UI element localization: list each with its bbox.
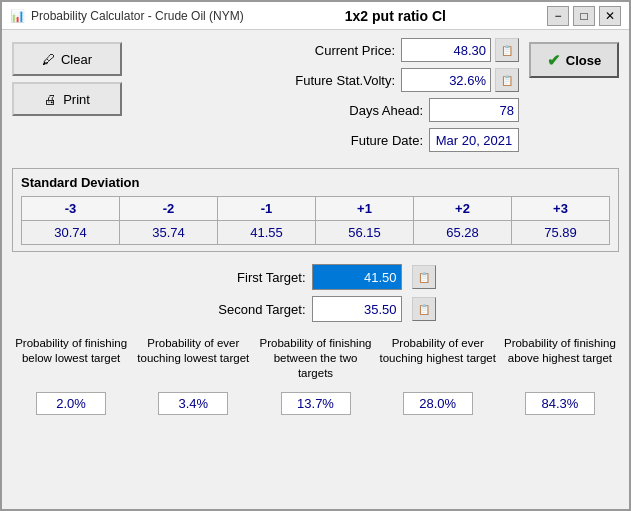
copy-icon: 📋 xyxy=(501,45,513,56)
clear-button[interactable]: 🖊 Clear xyxy=(12,42,122,76)
second-target-copy-button[interactable]: 📋 xyxy=(412,297,436,321)
std-dev-header-row: -3 -2 -1 +1 +2 +3 xyxy=(22,197,610,221)
std-dev-value-row: 30.74 35.74 41.55 56.15 65.28 75.89 xyxy=(22,221,610,245)
std-val-2: 41.55 xyxy=(218,221,316,245)
first-target-input[interactable] xyxy=(312,264,402,290)
second-target-label: Second Target: xyxy=(196,302,306,317)
current-price-input[interactable] xyxy=(401,38,491,62)
close-window-button[interactable]: ✕ xyxy=(599,6,621,26)
prob-value-3: 28.0% xyxy=(403,392,473,415)
days-ahead-row: Days Ahead: xyxy=(132,98,519,122)
future-stat-volty-label: Future Stat.Volty: xyxy=(295,73,395,88)
close-section: ✔ Close xyxy=(529,38,619,78)
std-val-0: 30.74 xyxy=(22,221,120,245)
std-val-4: 65.28 xyxy=(414,221,512,245)
prob-col-0: Probability of finishing below lowest ta… xyxy=(12,336,130,415)
main-content: 🖊 Clear 🖨 Print Current Price: 📋 xyxy=(2,30,629,509)
title-bar-left: 📊 Probability Calculator - Crude Oil (NY… xyxy=(10,9,244,23)
prob-desc-4: Probability of finishing above highest t… xyxy=(501,336,619,388)
left-buttons: 🖊 Clear 🖨 Print xyxy=(12,38,122,116)
window-subtitle: 1x2 put ratio Cl xyxy=(345,8,446,24)
current-price-row: Current Price: 📋 xyxy=(132,38,519,62)
prob-desc-0: Probability of finishing below lowest ta… xyxy=(12,336,130,388)
prob-col-2: Probability of finishing between the two… xyxy=(256,336,374,415)
print-icon: 🖨 xyxy=(44,92,57,107)
current-price-label: Current Price: xyxy=(315,43,395,58)
prob-desc-2: Probability of finishing between the two… xyxy=(256,336,374,388)
std-col-header-3: +1 xyxy=(316,197,414,221)
future-stat-volty-input[interactable] xyxy=(401,68,491,92)
std-dev-section: Standard Deviation -3 -2 -1 +1 +2 +3 30.… xyxy=(12,168,619,252)
app-icon: 📊 xyxy=(10,9,25,23)
std-col-header-1: -2 xyxy=(120,197,218,221)
std-col-header-2: -1 xyxy=(218,197,316,221)
prob-col-1: Probability of ever touching lowest targ… xyxy=(134,336,252,415)
probabilities-section: Probability of finishing below lowest ta… xyxy=(12,336,619,415)
second-target-row: Second Target: 📋 xyxy=(196,296,436,322)
std-val-3: 56.15 xyxy=(316,221,414,245)
window-controls: − □ ✕ xyxy=(547,6,621,26)
days-ahead-label: Days Ahead: xyxy=(349,103,423,118)
top-section: 🖊 Clear 🖨 Print Current Price: 📋 xyxy=(12,38,619,158)
second-target-input[interactable] xyxy=(312,296,402,322)
first-target-row: First Target: 📋 xyxy=(196,264,436,290)
prob-value-0: 2.0% xyxy=(36,392,106,415)
prob-value-1: 3.4% xyxy=(158,392,228,415)
std-val-5: 75.89 xyxy=(512,221,610,245)
title-bar: 📊 Probability Calculator - Crude Oil (NY… xyxy=(2,2,629,30)
close-button[interactable]: ✔ Close xyxy=(529,42,619,78)
first-target-label: First Target: xyxy=(196,270,306,285)
clear-icon: 🖊 xyxy=(42,52,55,67)
prob-value-4: 84.3% xyxy=(525,392,595,415)
std-val-1: 35.74 xyxy=(120,221,218,245)
app-title: Probability Calculator - Crude Oil (NYM) xyxy=(31,9,244,23)
print-button[interactable]: 🖨 Print xyxy=(12,82,122,116)
first-target-copy-button[interactable]: 📋 xyxy=(412,265,436,289)
targets-section: First Target: 📋 Second Target: 📋 xyxy=(12,264,619,322)
maximize-button[interactable]: □ xyxy=(573,6,595,26)
check-icon: ✔ xyxy=(547,51,560,70)
std-dev-title: Standard Deviation xyxy=(21,175,610,190)
std-col-header-4: +2 xyxy=(414,197,512,221)
days-ahead-input[interactable] xyxy=(429,98,519,122)
main-window: 📊 Probability Calculator - Crude Oil (NY… xyxy=(0,0,631,511)
future-stat-volty-row: Future Stat.Volty: 📋 xyxy=(132,68,519,92)
std-dev-table: -3 -2 -1 +1 +2 +3 30.74 35.74 41.55 56.1… xyxy=(21,196,610,245)
future-date-label: Future Date: xyxy=(351,133,423,148)
current-price-copy-button[interactable]: 📋 xyxy=(495,38,519,62)
prob-col-4: Probability of finishing above highest t… xyxy=(501,336,619,415)
prob-desc-1: Probability of ever touching lowest targ… xyxy=(134,336,252,388)
future-date-row: Future Date: xyxy=(132,128,519,152)
future-stat-volty-copy-button[interactable]: 📋 xyxy=(495,68,519,92)
copy-icon-2: 📋 xyxy=(501,75,513,86)
prob-col-3: Probability of ever touching highest tar… xyxy=(379,336,497,415)
future-date-input[interactable] xyxy=(429,128,519,152)
std-col-header-0: -3 xyxy=(22,197,120,221)
minimize-button[interactable]: − xyxy=(547,6,569,26)
prob-value-2: 13.7% xyxy=(281,392,351,415)
copy-icon-4: 📋 xyxy=(418,304,430,315)
form-section: Current Price: 📋 Future Stat.Volty: 📋 Da… xyxy=(122,38,519,158)
copy-icon-3: 📋 xyxy=(418,272,430,283)
std-col-header-5: +3 xyxy=(512,197,610,221)
prob-desc-3: Probability of ever touching highest tar… xyxy=(379,336,497,388)
